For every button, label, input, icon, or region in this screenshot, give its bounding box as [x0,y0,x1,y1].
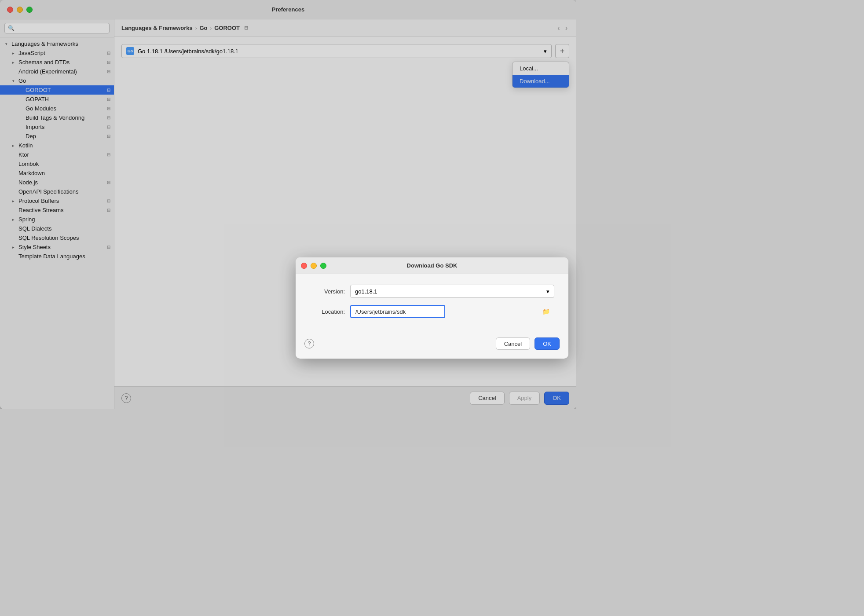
modal-footer-right: Cancel OK [496,337,560,350]
location-label: Location: [310,308,345,315]
modal-cancel-button[interactable]: Cancel [496,337,530,350]
modal-body: Version: go1.18.1 ▾ Location: 📁 [296,274,568,334]
download-sdk-modal: Download Go SDK Version: go1.18.1 ▾ Loca… [296,257,568,359]
modal-titlebar: Download Go SDK [296,257,568,274]
modal-overlay: Download Go SDK Version: go1.18.1 ▾ Loca… [0,0,576,409]
folder-icon: 📁 [542,308,550,315]
modal-maximize-button[interactable] [320,263,326,269]
version-value: go1.18.1 [355,288,377,295]
modal-minimize-button[interactable] [311,263,317,269]
version-label: Version: [310,288,345,295]
location-input-wrapper: 📁 [350,305,554,318]
modal-footer: ? Cancel OK [296,334,568,359]
location-row: Location: 📁 [310,305,554,318]
modal-close-button[interactable] [301,263,307,269]
modal-traffic-lights [301,263,326,269]
modal-ok-button[interactable]: OK [535,337,560,350]
version-select[interactable]: go1.18.1 ▾ [350,285,554,298]
location-input[interactable] [350,305,445,318]
modal-help-button[interactable]: ? [304,339,314,348]
version-dropdown-arrow: ▾ [546,288,549,295]
modal-title: Download Go SDK [407,262,458,269]
version-row: Version: go1.18.1 ▾ [310,285,554,298]
